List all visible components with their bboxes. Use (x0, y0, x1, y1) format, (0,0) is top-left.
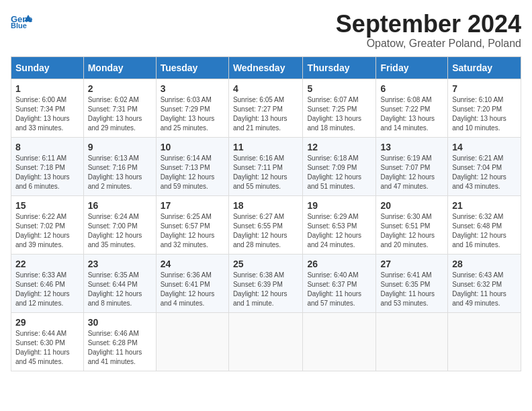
day-number: 13 (380, 142, 443, 152)
day-info: Sunrise: 6:00 AM Sunset: 7:34 PM Dayligh… (15, 95, 79, 133)
day-number: 10 (161, 142, 224, 152)
day-info: Sunrise: 6:32 AM Sunset: 6:48 PM Dayligh… (452, 212, 517, 250)
day-info: Sunrise: 6:44 AM Sunset: 6:30 PM Dayligh… (15, 329, 79, 367)
day-header-monday: Monday (83, 56, 156, 79)
day-number: 1 (15, 83, 79, 94)
day-info: Sunrise: 6:27 AM Sunset: 6:55 PM Dayligh… (233, 212, 299, 250)
day-info: Sunrise: 6:46 AM Sunset: 6:28 PM Dayligh… (88, 329, 152, 367)
day-number: 28 (452, 259, 517, 269)
day-number: 6 (380, 83, 443, 94)
day-number: 16 (88, 200, 152, 211)
calendar-cell: 2Sunrise: 6:02 AM Sunset: 7:31 PM Daylig… (83, 79, 156, 137)
calendar-cell: 17Sunrise: 6:25 AM Sunset: 6:57 PM Dayli… (156, 195, 228, 254)
day-info: Sunrise: 6:16 AM Sunset: 7:11 PM Dayligh… (233, 154, 299, 191)
calendar-cell: 13Sunrise: 6:19 AM Sunset: 7:07 PM Dayli… (376, 137, 448, 195)
calendar-cell: 9Sunrise: 6:13 AM Sunset: 7:16 PM Daylig… (83, 137, 156, 195)
calendar-week-3: 15Sunrise: 6:22 AM Sunset: 7:02 PM Dayli… (11, 195, 521, 254)
calendar-week-1: 1Sunrise: 6:00 AM Sunset: 7:34 PM Daylig… (11, 79, 521, 137)
day-number: 17 (161, 200, 224, 211)
day-info: Sunrise: 6:05 AM Sunset: 7:27 PM Dayligh… (233, 95, 299, 133)
day-number: 11 (233, 142, 299, 152)
day-number: 29 (15, 317, 79, 328)
page-title: September 2024 (336, 11, 521, 38)
calendar-header-row: SundayMondayTuesdayWednesdayThursdayFrid… (11, 56, 521, 79)
page-header: General Blue September 2024 Opatow, Grea… (11, 11, 521, 50)
day-info: Sunrise: 6:02 AM Sunset: 7:31 PM Dayligh… (88, 95, 152, 133)
svg-text:Blue: Blue (11, 21, 27, 28)
logo-icon: General Blue (11, 13, 32, 28)
calendar-cell (448, 312, 521, 371)
day-header-friday: Friday (376, 56, 448, 79)
calendar-cell: 23Sunrise: 6:35 AM Sunset: 6:44 PM Dayli… (83, 254, 156, 312)
day-info: Sunrise: 6:38 AM Sunset: 6:39 PM Dayligh… (233, 271, 299, 308)
calendar-cell: 15Sunrise: 6:22 AM Sunset: 7:02 PM Dayli… (11, 195, 84, 254)
day-number: 14 (452, 142, 517, 152)
day-number: 8 (15, 142, 79, 152)
calendar-cell: 6Sunrise: 6:08 AM Sunset: 7:22 PM Daylig… (376, 79, 448, 137)
calendar-cell (303, 312, 376, 371)
calendar-cell (376, 312, 448, 371)
day-number: 19 (307, 200, 371, 211)
day-header-sunday: Sunday (11, 56, 84, 79)
day-number: 23 (88, 259, 152, 269)
calendar-cell: 26Sunrise: 6:40 AM Sunset: 6:37 PM Dayli… (303, 254, 376, 312)
day-info: Sunrise: 6:08 AM Sunset: 7:22 PM Dayligh… (380, 95, 443, 133)
day-info: Sunrise: 6:22 AM Sunset: 7:02 PM Dayligh… (15, 212, 79, 250)
day-number: 25 (233, 259, 299, 269)
day-info: Sunrise: 6:13 AM Sunset: 7:16 PM Dayligh… (88, 154, 152, 191)
calendar-cell: 28Sunrise: 6:43 AM Sunset: 6:32 PM Dayli… (448, 254, 521, 312)
day-number: 18 (233, 200, 299, 211)
day-info: Sunrise: 6:35 AM Sunset: 6:44 PM Dayligh… (88, 271, 152, 308)
day-info: Sunrise: 6:24 AM Sunset: 7:00 PM Dayligh… (88, 212, 152, 250)
calendar-cell: 12Sunrise: 6:18 AM Sunset: 7:09 PM Dayli… (303, 137, 376, 195)
calendar-table: SundayMondayTuesdayWednesdayThursdayFrid… (11, 56, 521, 371)
calendar-cell: 14Sunrise: 6:21 AM Sunset: 7:04 PM Dayli… (448, 137, 521, 195)
calendar-cell: 19Sunrise: 6:29 AM Sunset: 6:53 PM Dayli… (303, 195, 376, 254)
day-number: 9 (88, 142, 152, 152)
calendar-cell: 16Sunrise: 6:24 AM Sunset: 7:00 PM Dayli… (83, 195, 156, 254)
day-number: 12 (307, 142, 371, 152)
calendar-cell: 24Sunrise: 6:36 AM Sunset: 6:41 PM Dayli… (156, 254, 228, 312)
day-number: 21 (452, 200, 517, 211)
day-info: Sunrise: 6:40 AM Sunset: 6:37 PM Dayligh… (307, 271, 371, 308)
day-info: Sunrise: 6:25 AM Sunset: 6:57 PM Dayligh… (161, 212, 224, 250)
calendar-cell: 29Sunrise: 6:44 AM Sunset: 6:30 PM Dayli… (11, 312, 84, 371)
logo: General Blue (11, 11, 32, 28)
day-info: Sunrise: 6:10 AM Sunset: 7:20 PM Dayligh… (452, 95, 517, 133)
calendar-cell: 22Sunrise: 6:33 AM Sunset: 6:46 PM Dayli… (11, 254, 84, 312)
calendar-cell: 18Sunrise: 6:27 AM Sunset: 6:55 PM Dayli… (228, 195, 303, 254)
calendar-cell: 21Sunrise: 6:32 AM Sunset: 6:48 PM Dayli… (448, 195, 521, 254)
calendar-week-4: 22Sunrise: 6:33 AM Sunset: 6:46 PM Dayli… (11, 254, 521, 312)
day-info: Sunrise: 6:29 AM Sunset: 6:53 PM Dayligh… (307, 212, 371, 250)
calendar-cell (156, 312, 228, 371)
day-number: 22 (15, 259, 79, 269)
day-number: 2 (88, 83, 152, 94)
calendar-cell: 27Sunrise: 6:41 AM Sunset: 6:35 PM Dayli… (376, 254, 448, 312)
calendar-cell: 1Sunrise: 6:00 AM Sunset: 7:34 PM Daylig… (11, 79, 84, 137)
calendar-cell: 11Sunrise: 6:16 AM Sunset: 7:11 PM Dayli… (228, 137, 303, 195)
day-number: 4 (233, 83, 299, 94)
day-info: Sunrise: 6:03 AM Sunset: 7:29 PM Dayligh… (161, 95, 224, 133)
day-info: Sunrise: 6:11 AM Sunset: 7:18 PM Dayligh… (15, 154, 79, 191)
day-number: 26 (307, 259, 371, 269)
day-number: 15 (15, 200, 79, 211)
calendar-cell: 25Sunrise: 6:38 AM Sunset: 6:39 PM Dayli… (228, 254, 303, 312)
day-header-thursday: Thursday (303, 56, 376, 79)
day-info: Sunrise: 6:36 AM Sunset: 6:41 PM Dayligh… (161, 271, 224, 308)
calendar-cell: 7Sunrise: 6:10 AM Sunset: 7:20 PM Daylig… (448, 79, 521, 137)
calendar-cell (228, 312, 303, 371)
calendar-cell: 5Sunrise: 6:07 AM Sunset: 7:25 PM Daylig… (303, 79, 376, 137)
day-info: Sunrise: 6:21 AM Sunset: 7:04 PM Dayligh… (452, 154, 517, 191)
calendar-cell: 30Sunrise: 6:46 AM Sunset: 6:28 PM Dayli… (83, 312, 156, 371)
calendar-week-5: 29Sunrise: 6:44 AM Sunset: 6:30 PM Dayli… (11, 312, 521, 371)
calendar-cell: 20Sunrise: 6:30 AM Sunset: 6:51 PM Dayli… (376, 195, 448, 254)
day-number: 20 (380, 200, 443, 211)
day-info: Sunrise: 6:18 AM Sunset: 7:09 PM Dayligh… (307, 154, 371, 191)
day-header-wednesday: Wednesday (228, 56, 303, 79)
day-number: 5 (307, 83, 371, 94)
day-number: 24 (161, 259, 224, 269)
day-info: Sunrise: 6:07 AM Sunset: 7:25 PM Dayligh… (307, 95, 371, 133)
day-info: Sunrise: 6:14 AM Sunset: 7:13 PM Dayligh… (161, 154, 224, 191)
day-header-saturday: Saturday (448, 56, 521, 79)
day-info: Sunrise: 6:41 AM Sunset: 6:35 PM Dayligh… (380, 271, 443, 308)
